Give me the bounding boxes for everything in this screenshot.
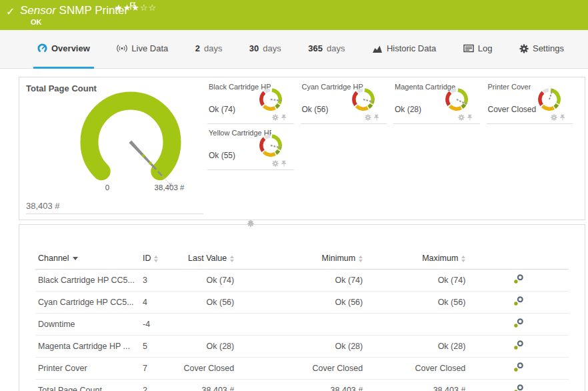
tab-2-days[interactable]: 2days (191, 30, 227, 69)
edit-channel-button[interactable] (513, 318, 524, 330)
sensor-header: ✓ Sensor SNMP Printer ★★★☆☆ OK (0, 0, 588, 30)
channel-table-panel: Channel ID Last Value Minimum Maximum Bl… (19, 224, 585, 391)
cell-id: 2 (140, 380, 181, 391)
edit-channel-button[interactable] (513, 384, 524, 391)
column-header-maximum[interactable]: Maximum (368, 249, 471, 270)
cell-maximum: Ok (28) (368, 336, 471, 358)
cell-last-value: Ok (28) (181, 336, 239, 358)
cell-last-value (181, 314, 239, 336)
edit-channel-icon (513, 384, 524, 391)
sort-desc-icon (73, 257, 78, 260)
mini-gauge-card: Magenta Cartridge HP ... Ok (28) (393, 78, 480, 124)
mini-gauge (257, 85, 285, 113)
gear-icon[interactable] (365, 114, 371, 121)
column-header-channel[interactable]: Channel (35, 249, 140, 270)
gear-icon[interactable] (272, 160, 279, 167)
pin-icon[interactable] (467, 114, 473, 121)
settings-gear-icon (519, 44, 529, 53)
table-row: Black Cartridge HP CC5... 3 Ok (74) Ok (… (35, 270, 569, 292)
table-row: Printer Cover 7 Cover Closed Cover Close… (35, 358, 569, 380)
edit-channel-icon (513, 296, 524, 306)
pin-icon[interactable] (281, 114, 287, 121)
table-row: Cyan Cartridge HP CC5... 4 Ok (56) Ok (5… (35, 292, 569, 314)
cell-maximum: 38,403 # (368, 380, 471, 391)
divider (26, 214, 203, 214)
cell-maximum (368, 314, 471, 336)
total-page-count-card: Total Page Count x 0 38,403 # 38,403 # (19, 77, 205, 220)
mini-card-status: Cover Closed (488, 105, 537, 114)
cell-id: -4 (140, 314, 181, 336)
status-badge: OK (31, 18, 42, 26)
tab-bar: Overview Live Data 2days 30days 365days … (0, 30, 588, 69)
mini-card-title: Printer Cover (488, 83, 531, 91)
gauges-panel: Total Page Count x 0 38,403 # 38,403 # B… (19, 77, 585, 220)
tab-historic-data[interactable]: Historic Data (368, 30, 440, 69)
pin-icon[interactable] (559, 114, 566, 121)
cell-last-value: Cover Closed (181, 358, 239, 380)
cell-last-value: 38,403 # (181, 380, 239, 391)
edit-channel-button[interactable] (513, 362, 524, 374)
mini-card-status: Ok (55) (209, 151, 235, 160)
tab-365-days[interactable]: 365days (304, 30, 349, 69)
mini-gauge-grid: Black Cartridge HP CC... Ok (74) Cyan Ca… (205, 77, 585, 220)
cell-minimum: Ok (56) (239, 292, 368, 314)
cell-channel: Black Cartridge HP CC5... (35, 270, 140, 292)
tab-settings[interactable]: Settings (515, 30, 568, 69)
cell-channel: Magenta Cartridge HP ... (35, 336, 140, 358)
channel-table: Channel ID Last Value Minimum Maximum Bl… (35, 249, 569, 391)
cell-minimum: Ok (74) (239, 270, 368, 292)
mini-gauge-card: Printer Cover Cover Closed (487, 78, 573, 124)
pin-icon[interactable] (247, 220, 254, 227)
sort-icon (461, 256, 465, 262)
cell-maximum: Ok (74) (368, 270, 471, 292)
cell-channel: Printer Cover (35, 358, 140, 380)
cell-channel: Cyan Cartridge HP CC5... (35, 292, 140, 314)
mini-gauge-card: Yellow Cartridge HP C... Ok (55) (207, 124, 294, 170)
edit-channel-button[interactable] (513, 274, 524, 286)
cell-channel: Downtime (35, 314, 140, 336)
table-row: Magenta Cartridge HP ... 5 Ok (28) Ok (2… (35, 336, 569, 358)
gauge-current-value: 38,403 # (26, 201, 60, 211)
gear-icon[interactable] (458, 114, 465, 121)
mini-gauge (443, 85, 471, 113)
cell-id: 4 (140, 292, 181, 314)
edit-channel-icon (513, 318, 524, 328)
cell-last-value: Ok (74) (181, 270, 239, 292)
gear-icon[interactable] (551, 114, 557, 121)
log-icon (463, 44, 474, 53)
table-header-row: Channel ID Last Value Minimum Maximum (35, 249, 569, 270)
edit-channel-button[interactable] (513, 296, 524, 308)
gauge-icon (37, 43, 47, 53)
tab-overview[interactable]: Overview (33, 30, 94, 69)
column-header-last-value[interactable]: Last Value (181, 249, 239, 270)
cell-maximum: Cover Closed (368, 358, 471, 380)
tab-live-data[interactable]: Live Data (113, 30, 172, 69)
big-gauge: x 0 38,403 # (67, 85, 194, 199)
tab-log[interactable]: Log (459, 30, 497, 69)
gauge-scale-max: 38,403 # (155, 183, 185, 191)
chart-icon (372, 44, 383, 53)
mini-gauge (349, 85, 377, 113)
cell-channel: Total Page Count (35, 380, 140, 391)
cell-last-value: Ok (56) (181, 292, 239, 314)
cell-minimum: Ok (28) (239, 336, 368, 358)
sort-icon (154, 256, 158, 262)
tab-30-days[interactable]: 30days (245, 30, 285, 69)
edit-channel-button[interactable] (513, 340, 524, 352)
cell-id: 3 (140, 270, 181, 292)
cell-minimum: Cover Closed (239, 358, 368, 380)
sort-icon (359, 256, 363, 262)
cell-minimum (239, 314, 368, 336)
priority-stars[interactable]: ★★★☆☆ (115, 3, 157, 13)
table-row: Total Page Count 2 38,403 # 38,403 # 38,… (35, 380, 569, 391)
sort-icon (230, 256, 234, 262)
mini-gauge (535, 85, 563, 113)
pin-icon[interactable] (373, 114, 380, 121)
column-header-minimum[interactable]: Minimum (239, 249, 368, 270)
live-data-icon (117, 44, 127, 53)
cell-minimum: 38,403 # (239, 380, 368, 391)
pin-icon[interactable] (281, 160, 287, 167)
cell-id: 5 (140, 336, 181, 358)
column-header-id[interactable]: ID (140, 249, 181, 270)
gear-icon[interactable] (272, 114, 279, 121)
